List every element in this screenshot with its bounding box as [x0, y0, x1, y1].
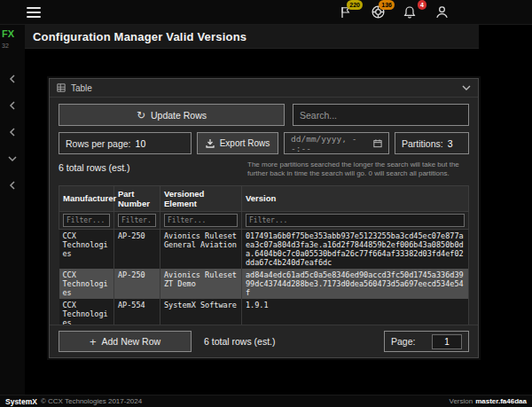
- table-panel-header[interactable]: Table: [50, 79, 478, 98]
- page-number-input[interactable]: [432, 334, 462, 349]
- main-area: Configuration Manager Valid Versions Tab…: [25, 25, 532, 395]
- export-rows-button[interactable]: Export Rows: [197, 132, 278, 154]
- flag-icon[interactable]: 220: [337, 4, 355, 21]
- version-label: Version: [449, 397, 473, 405]
- user-icon[interactable]: [433, 4, 450, 21]
- download-icon: [206, 138, 215, 148]
- calendar-icon[interactable]: [373, 138, 382, 148]
- column-header-part-number[interactable]: Part Number: [114, 185, 160, 211]
- total-rows-text: 6 total rows (est.): [59, 160, 130, 173]
- chevron-left-icon[interactable]: [5, 127, 20, 137]
- cell-part-number: AP-250: [114, 229, 160, 269]
- topbar-icons: 220 136 4: [337, 4, 450, 21]
- table-header-row: Manufacturer Part Number Versioned Eleme…: [59, 185, 469, 211]
- chevron-left-icon[interactable]: [5, 100, 20, 111]
- cell-versioned-element: Avionics Ruleset General Aviation: [160, 229, 242, 269]
- partitions-help-text: The more partitions searched the longer …: [247, 160, 469, 179]
- bell-icon[interactable]: 4: [401, 4, 419, 21]
- table-panel: Table ↻ Update Rows Rows per page: 10: [49, 78, 479, 358]
- statusbar-brand: SystemX: [5, 397, 37, 406]
- cell-version: 1.9.1: [242, 299, 469, 325]
- table-row[interactable]: CCX Technologies AP-250 Avionics Ruleset…: [59, 269, 469, 299]
- datetime-placeholder: dd/mm/yyyy, --:--: [291, 134, 369, 153]
- notifications-badge: 4: [418, 0, 426, 10]
- filter-row: [59, 211, 469, 229]
- filter-version-input[interactable]: [246, 214, 465, 227]
- grid-icon: [57, 83, 66, 92]
- page-title: Configuration Manager Valid Versions: [33, 30, 246, 43]
- chevron-left-icon[interactable]: [5, 180, 20, 191]
- app-logo: FX: [0, 28, 14, 39]
- cell-manufacturer: CCX Technologies: [59, 229, 114, 269]
- statusbar-copyright: © CCX Technologies 2017-2024: [41, 397, 142, 405]
- cell-part-number: AP-554: [114, 299, 160, 325]
- titlebar: Configuration Manager Valid Versions: [25, 25, 479, 49]
- topbar: 220 136 4: [0, 0, 532, 25]
- sidebar-nav: [5, 74, 20, 191]
- cell-part-number: AP-250: [114, 269, 160, 299]
- rows-per-page-value: 10: [136, 138, 146, 149]
- filter-versioned-element-input[interactable]: [164, 214, 238, 227]
- statusbar: SystemX © CCX Technologies 2017-2024 Ver…: [0, 395, 532, 407]
- update-rows-button[interactable]: ↻ Update Rows: [59, 104, 285, 126]
- datetime-picker[interactable]: dd/mm/yyyy, --:--: [284, 132, 389, 154]
- table-panel-footer: + Add New Row 6 total rows (est.) Page:: [50, 325, 478, 357]
- pagination-control: Page:: [384, 331, 469, 352]
- flag-badge: 220: [347, 0, 363, 10]
- filter-part-number-input[interactable]: [118, 214, 156, 227]
- cell-version: 017491a6b0f75be353abb937e5123255ba3cd45e…: [242, 229, 469, 269]
- plus-icon: +: [90, 336, 97, 348]
- hamburger-icon[interactable]: [27, 7, 41, 18]
- version-value: master.fa46daa: [475, 397, 527, 405]
- panel-title: Table: [71, 83, 92, 93]
- filter-manufacturer-input[interactable]: [63, 214, 110, 227]
- cell-manufacturer: CCX Technologies: [59, 269, 114, 299]
- column-header-versioned-element[interactable]: Versioned Element: [160, 185, 242, 211]
- rows-per-page-control[interactable]: Rows per page: 10: [59, 132, 192, 154]
- cell-versioned-element: Avionics Ruleset ZT Demo: [160, 269, 242, 299]
- sidebar: FX 32: [0, 25, 25, 395]
- support-badge: 136: [379, 0, 395, 10]
- total-rows-footer-text: 6 total rows (est.): [204, 336, 276, 347]
- column-header-version[interactable]: Version: [242, 185, 469, 211]
- chevron-left-icon[interactable]: [5, 74, 20, 84]
- sidebar-mini-label: 32: [0, 43, 9, 49]
- partitions-value: 3: [448, 138, 453, 149]
- add-new-row-button[interactable]: + Add New Row: [59, 331, 192, 352]
- table-row[interactable]: CCX Technologies AP-554 SystemX Software…: [59, 299, 469, 325]
- cell-manufacturer: CCX Technologies: [59, 299, 114, 325]
- search-input[interactable]: [293, 104, 469, 126]
- chevron-down-icon[interactable]: [462, 85, 471, 91]
- cell-versioned-element: SystemX Software: [160, 299, 242, 325]
- column-header-manufacturer[interactable]: Manufacturer: [59, 185, 114, 211]
- table-row[interactable]: CCX Technologies AP-250 Avionics Ruleset…: [59, 229, 469, 269]
- chevron-down-icon[interactable]: [5, 153, 20, 164]
- partitions-control[interactable]: Partitions: 3: [395, 132, 469, 154]
- refresh-icon: ↻: [137, 110, 145, 121]
- cell-version: ad84a4edc61ad5c0a5e8346ed90accd3fc50d174…: [242, 269, 469, 299]
- life-ring-icon[interactable]: 136: [369, 4, 387, 21]
- versions-table: Manufacturer Part Number Versioned Eleme…: [59, 185, 469, 325]
